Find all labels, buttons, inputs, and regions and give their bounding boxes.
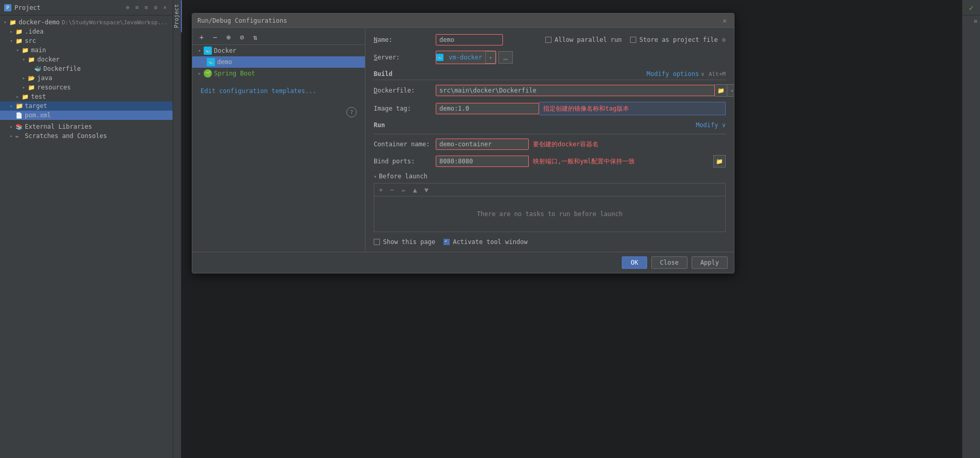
ide-title: Project [14,4,124,11]
tree-root[interactable]: docker-demo D:\StudyWorkspace\JavaWorksp… [0,18,173,27]
springboot-section-header[interactable]: 🌱 Spring Boot [192,68,365,79]
collapse-icon[interactable]: ≡ [143,4,150,11]
java-folder[interactable]: java [0,73,173,83]
activate-window-option[interactable]: Activate tool window [443,238,528,246]
expand-icon[interactable]: ≡ [133,4,141,11]
bottom-options: Show this page Activate tool window [374,238,726,246]
before-launch-toolbar: + − ✏ ▲ ▼ [374,183,726,196]
before-launch-arrow: ▾ [374,174,377,179]
allow-parallel-checkbox[interactable] [545,37,552,43]
activate-window-checkbox[interactable] [443,239,450,245]
scratches-label: Scratches and Consoles [25,132,107,140]
ext-arrow [8,124,14,130]
bl-add-button[interactable]: + [376,185,386,194]
pom-arrow [8,112,14,118]
dockerfile-browse-button[interactable]: 📁 [715,84,727,97]
dockerfile-input[interactable] [436,85,715,96]
bind-ports-row: Bind ports: 映射端口,一般和yml配置中保持一致 📁 [374,155,726,167]
ok-button[interactable]: OK [622,256,647,269]
external-libraries[interactable]: 📚 External Libraries [0,122,173,131]
resources-label: resources [37,84,71,91]
add-config-button[interactable]: + [196,32,207,42]
ide-left-panel: P Project ⊕ ≡ ≡ ⚙ × docker-demo D:\Study… [0,0,173,458]
target-arrow [8,103,14,109]
help-button[interactable]: ? [346,107,357,117]
bind-ports-browse-button[interactable]: 📁 [713,155,726,167]
name-input[interactable] [436,34,503,45]
target-folder[interactable]: 📁 target [0,101,173,111]
close-panel-icon[interactable]: × [161,4,169,11]
server-label: Server: [374,54,436,61]
docker-section-icon: 🐳 [204,47,212,55]
container-name-label: Container name: [374,141,436,148]
vm-docker-icon: 🐳 [436,54,443,61]
dialog-close-button[interactable]: × [721,17,729,25]
bl-up-button[interactable]: ▲ [410,185,420,194]
show-page-checkbox[interactable] [374,239,380,245]
docker-section-arrow [196,48,203,54]
java-folder-icon [28,75,35,81]
idea-folder-icon [16,28,23,35]
edit-config-templates-link[interactable]: Edit configuration templates... [196,83,320,99]
remove-config-button[interactable]: − [210,32,220,42]
image-tag-input[interactable] [436,103,539,114]
docker-folder[interactable]: docker [0,55,173,64]
bl-edit-button[interactable]: ✏ [399,185,408,194]
before-launch-title: Before launch [379,173,427,180]
activate-window-label: Activate tool window [453,238,528,246]
close-button[interactable]: Close [651,256,687,269]
ide-titlebar: P Project ⊕ ≡ ≡ ⚙ × [0,0,173,16]
image-tag-input-group: 指定创建的镜像名称和tag版本 [436,102,726,115]
allow-parallel-label: Allow parallel run [555,36,622,43]
test-folder[interactable]: test [0,92,173,101]
server-row: Server: 🐳 vm-docker ▾ … [374,51,726,64]
resources-folder[interactable]: resources [0,83,173,92]
dockerfile-expand-button[interactable]: ▾ [727,84,734,97]
demo-config-item[interactable]: 🐳 demo [192,56,365,68]
container-name-input-group: 要创建的docker容器名 [436,139,599,150]
src-folder[interactable]: src [0,36,173,45]
dockerfile-item[interactable]: 🐳 Dockerfile [0,64,173,73]
plus-icon[interactable]: ⊕ [124,4,131,11]
apply-button[interactable]: Apply [692,256,728,269]
modify-shortcut-hint: ∨ [701,71,705,78]
modify-shortcut: Alt+M [709,71,726,78]
scratches-item[interactable]: ✏️ Scratches and Consoles [0,131,173,141]
before-launch-header[interactable]: ▾ Before launch [374,173,726,180]
src-folder-icon [16,38,23,44]
show-page-option[interactable]: Show this page [374,238,435,246]
container-name-input[interactable] [436,139,529,150]
springboot-label: Spring Boot [214,70,255,77]
project-tab[interactable]: Project [172,0,182,32]
idea-folder[interactable]: .idea [0,27,173,36]
build-title: Build [374,70,392,78]
copy-config-button[interactable]: ⊕ [223,32,234,42]
store-project-checkbox[interactable] [630,37,636,43]
dialog-title: Run/Debug Configurations [197,17,287,24]
name-label: Name: [374,36,436,43]
modify-options-link[interactable]: Modify options [647,70,699,78]
store-project-option[interactable]: Store as project file ⚙ [630,36,726,43]
bind-ports-input-group: 映射端口,一般和yml配置中保持一致 📁 [436,155,726,167]
pom-label: pom.xml [25,112,51,119]
server-select-row: 🐳 vm-docker ▾ … [436,51,513,64]
server-more-button[interactable]: … [498,51,513,64]
root-folder-icon [9,19,17,25]
dialog-overlay: Run/Debug Configurations × + − ⊕ ⊘ ⇅ 🐳 D… [181,0,962,458]
settings-icon[interactable]: ⚙ [152,4,159,11]
run-modify-link[interactable]: Modify ∨ [696,121,726,129]
main-folder[interactable]: main [0,45,173,55]
project-path: D:\StudyWorkspace\JavaWorksp... [62,19,167,26]
move-config-button[interactable]: ⊘ [237,32,247,42]
bl-remove-button[interactable]: − [388,185,397,194]
dockerfile-input-group: 📁 ▾ [436,84,734,97]
allow-parallel-option[interactable]: Allow parallel run [545,36,622,43]
docker-section-header[interactable]: 🐳 Docker [192,45,365,56]
server-dropdown-button[interactable]: ▾ [485,51,496,64]
bind-ports-input[interactable] [436,156,529,167]
right-tab-1[interactable]: ≡ [962,16,980,27]
sort-config-button[interactable]: ⇅ [250,32,261,42]
target-folder-icon: 📁 [16,103,23,109]
bl-down-button[interactable]: ▼ [422,185,431,194]
pom-file[interactable]: 📄 pom.xml [0,111,173,120]
